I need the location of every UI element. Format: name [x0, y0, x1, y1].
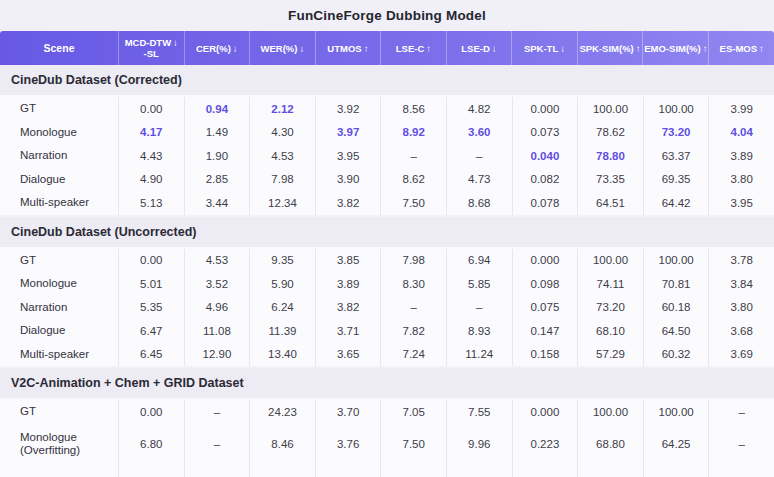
column-header-spk-sim: SPK-SIM(%)↑ — [577, 31, 643, 65]
value-cell-cer: 4.96 — [184, 296, 250, 320]
value-cell-es-mos: 3.80 — [708, 296, 774, 320]
value-cell-lse-c: 7.05 — [380, 400, 446, 424]
table-row: Dialogue6.4711.0811.393.717.828.930.1476… — [0, 319, 774, 343]
value-cell-lse-d: – — [446, 296, 512, 320]
value-cell-emo-sim: 64.50 — [643, 319, 709, 343]
arrow-up-icon: ↑ — [364, 43, 369, 54]
value-cell-lse-c: 7.50 — [380, 424, 446, 464]
value-cell-wer: 4.53 — [249, 144, 315, 168]
value-cell-spk-tl: 0.000 — [512, 97, 578, 121]
value-cell-mcd-dtw-sl: 6.45 — [118, 343, 184, 367]
scene-cell: Narration — [0, 296, 118, 320]
value-cell-wer: 9.35 — [249, 249, 315, 273]
value-cell-spk-sim: 100.00 — [577, 97, 643, 121]
value-cell-mcd-dtw-sl: 5.35 — [118, 296, 184, 320]
column-header-mcd-dtw-sl: MCD-DTW↓-SL — [118, 31, 184, 65]
value-cell-es-mos: 3.78 — [708, 249, 774, 273]
dubbing-results-page: FunCineForge Dubbing Model SceneMCD-DTW↓… — [0, 0, 774, 477]
filler-row — [0, 464, 774, 477]
value-cell-cer: 1.90 — [184, 144, 250, 168]
scene-cell: Monologue (Overfitting) — [0, 424, 118, 464]
value-cell-mcd-dtw-sl: 6.80 — [118, 424, 184, 464]
section-heading-label: CineDub Dataset (Uncorrected) — [11, 225, 196, 239]
value-cell-lse-c: 8.30 — [380, 272, 446, 296]
empty-cell — [184, 464, 250, 477]
value-cell-es-mos: 3.80 — [708, 168, 774, 192]
table-row: Monologue (Overfitting)6.80–8.463.767.50… — [0, 424, 774, 464]
value-cell-spk-tl: 0.073 — [512, 121, 578, 145]
scene-cell: GT — [0, 97, 118, 121]
value-cell-emo-sim: 63.37 — [643, 144, 709, 168]
value-cell-spk-sim: 100.00 — [577, 249, 643, 273]
value-cell-mcd-dtw-sl: 0.00 — [118, 249, 184, 273]
value-cell-mcd-dtw-sl: 5.01 — [118, 272, 184, 296]
column-header-emo-sim: EMO-SIM(%)↑ — [642, 31, 708, 65]
empty-cell — [708, 464, 774, 477]
title-bar: FunCineForge Dubbing Model — [0, 0, 774, 31]
value-cell-wer: 7.98 — [249, 168, 315, 192]
value-cell-emo-sim: 60.18 — [643, 296, 709, 320]
value-cell-utmos: 3.92 — [315, 97, 381, 121]
value-cell-emo-sim: 60.32 — [643, 343, 709, 367]
value-cell-lse-d: 5.85 — [446, 272, 512, 296]
empty-cell — [512, 464, 578, 477]
value-cell-spk-tl: 0.098 — [512, 272, 578, 296]
section-rows: GT0.00–24.233.707.057.550.000100.00100.0… — [0, 400, 774, 477]
section-heading: CineDub Dataset (Corrected) — [0, 65, 774, 97]
empty-cell — [249, 464, 315, 477]
table-row: GT0.00–24.233.707.057.550.000100.00100.0… — [0, 400, 774, 424]
value-cell-spk-tl: 0.082 — [512, 168, 578, 192]
value-cell-utmos: 3.89 — [315, 272, 381, 296]
value-cell-spk-sim: 78.80 — [577, 144, 643, 168]
value-cell-utmos: 3.95 — [315, 144, 381, 168]
empty-cell — [577, 464, 643, 477]
value-cell-wer: 6.24 — [249, 296, 315, 320]
value-cell-emo-sim: 73.20 — [643, 121, 709, 145]
scene-cell: Dialogue — [0, 168, 118, 192]
value-cell-spk-tl: 0.040 — [512, 144, 578, 168]
value-cell-es-mos: 4.04 — [708, 121, 774, 145]
value-cell-mcd-dtw-sl: 4.17 — [118, 121, 184, 145]
value-cell-spk-tl: 0.223 — [512, 424, 578, 464]
value-cell-wer: 13.40 — [249, 343, 315, 367]
arrow-up-icon: ↑ — [426, 43, 431, 54]
value-cell-lse-c: 8.56 — [380, 97, 446, 121]
scene-cell: GT — [0, 249, 118, 273]
column-header-scene: Scene — [0, 31, 118, 65]
value-cell-utmos: 3.82 — [315, 296, 381, 320]
table-body: CineDub Dataset (Corrected)GT0.000.942.1… — [0, 65, 774, 477]
value-cell-es-mos: 3.68 — [708, 319, 774, 343]
value-cell-utmos: 3.65 — [315, 343, 381, 367]
value-cell-spk-sim: 78.62 — [577, 121, 643, 145]
arrow-up-icon: ↑ — [703, 43, 708, 54]
value-cell-es-mos: – — [708, 424, 774, 464]
table-row: Monologue5.013.525.903.898.305.850.09874… — [0, 272, 774, 296]
value-cell-lse-d: 8.93 — [446, 319, 512, 343]
value-cell-cer: – — [184, 400, 250, 424]
table-row: Narration5.354.966.243.82––0.07573.2060.… — [0, 296, 774, 320]
value-cell-utmos: 3.97 — [315, 121, 381, 145]
value-cell-spk-tl: 0.147 — [512, 319, 578, 343]
value-cell-emo-sim: 69.35 — [643, 168, 709, 192]
value-cell-utmos: 3.70 — [315, 400, 381, 424]
value-cell-lse-d: 7.55 — [446, 400, 512, 424]
value-cell-lse-c: – — [380, 296, 446, 320]
column-header-lse-d: LSE-D↓ — [446, 31, 512, 65]
value-cell-cer: 0.94 — [184, 97, 250, 121]
value-cell-emo-sim: 100.00 — [643, 97, 709, 121]
value-cell-lse-c: 7.98 — [380, 249, 446, 273]
value-cell-emo-sim: 100.00 — [643, 400, 709, 424]
value-cell-spk-sim: 74.11 — [577, 272, 643, 296]
table-row: Dialogue4.902.857.983.908.624.730.08273.… — [0, 168, 774, 192]
value-cell-lse-d: 4.82 — [446, 97, 512, 121]
table-row: Monologue4.171.494.303.978.923.600.07378… — [0, 121, 774, 145]
value-cell-spk-sim: 68.10 — [577, 319, 643, 343]
table-row: GT0.000.942.123.928.564.820.000100.00100… — [0, 97, 774, 121]
value-cell-cer: – — [184, 424, 250, 464]
empty-cell — [643, 464, 709, 477]
value-cell-lse-c: 7.50 — [380, 191, 446, 215]
value-cell-lse-c: 8.62 — [380, 168, 446, 192]
value-cell-spk-sim: 100.00 — [577, 400, 643, 424]
section-rows: GT0.004.539.353.857.986.940.000100.00100… — [0, 249, 774, 369]
scene-cell: Multi-speaker — [0, 191, 118, 215]
